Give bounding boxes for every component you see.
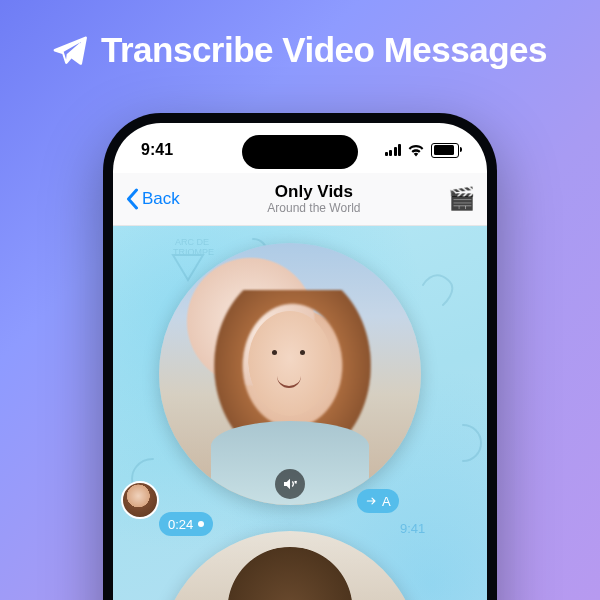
chat-subtitle: Around the World [267, 202, 360, 216]
video-message-2[interactable] [159, 531, 421, 600]
banner: Transcribe Video Messages [0, 0, 600, 80]
status-right [385, 143, 460, 158]
wifi-icon [407, 143, 425, 157]
signal-icon [385, 144, 402, 156]
nav-bar: Back Only Vids Around the World 🎬 [113, 173, 487, 226]
phone-screen: 9:41 Back Only Vids Around the World 🎬 [113, 123, 487, 600]
chat-area[interactable]: ARC DE TRIOMPE 0 [113, 225, 487, 600]
transcribe-button[interactable]: A [357, 489, 399, 513]
chevron-left-icon [125, 188, 140, 210]
sender-avatar-1[interactable] [121, 481, 159, 519]
status-time: 9:41 [141, 141, 173, 159]
unread-dot-icon [198, 521, 204, 527]
video-thumb-1 [159, 243, 421, 505]
arrow-right-icon [365, 494, 379, 508]
battery-icon [431, 143, 459, 158]
phone-frame: 9:41 Back Only Vids Around the World 🎬 [103, 113, 497, 600]
telegram-icon [53, 33, 87, 67]
video-message-1[interactable] [159, 243, 421, 505]
back-button[interactable]: Back [125, 188, 180, 210]
transcribe-label: A [382, 494, 391, 509]
dynamic-island [242, 135, 358, 169]
duration-text: 0:24 [168, 517, 193, 532]
chat-title: Only Vids [267, 182, 360, 202]
back-label: Back [142, 189, 180, 209]
chat-avatar[interactable]: 🎬 [448, 186, 475, 212]
nav-center[interactable]: Only Vids Around the World [267, 182, 360, 215]
banner-title: Transcribe Video Messages [101, 30, 547, 70]
mute-icon[interactable] [275, 469, 305, 499]
video-thumb-2 [159, 531, 421, 600]
